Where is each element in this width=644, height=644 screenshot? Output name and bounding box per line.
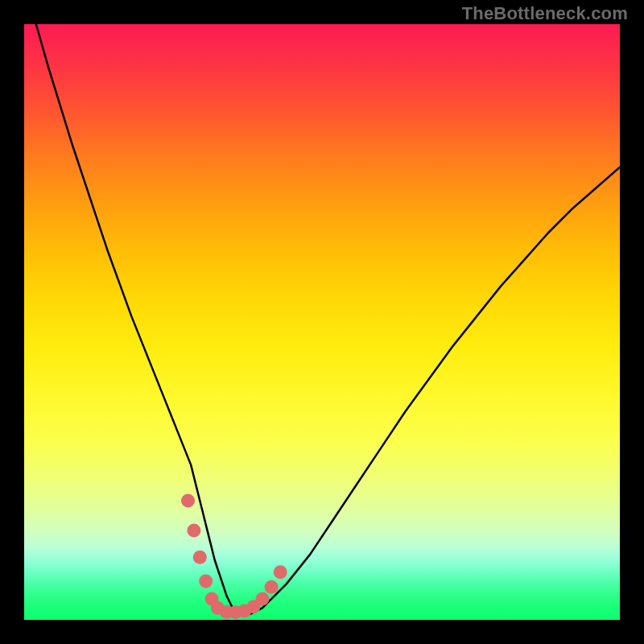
curve-marker [193,551,207,564]
watermark-text: TheBottleneck.com [462,3,628,24]
chart-overlay-svg [24,24,620,620]
curve-marker [199,574,213,588]
curve-marker [265,580,279,594]
curve-marker [256,592,270,606]
curve-marker [181,494,195,508]
chart-frame: TheBottleneck.com [0,0,644,644]
plot-area [24,24,620,620]
curve-marker [274,565,287,579]
curve-marker [187,524,200,538]
bottleneck-curve [36,24,620,614]
